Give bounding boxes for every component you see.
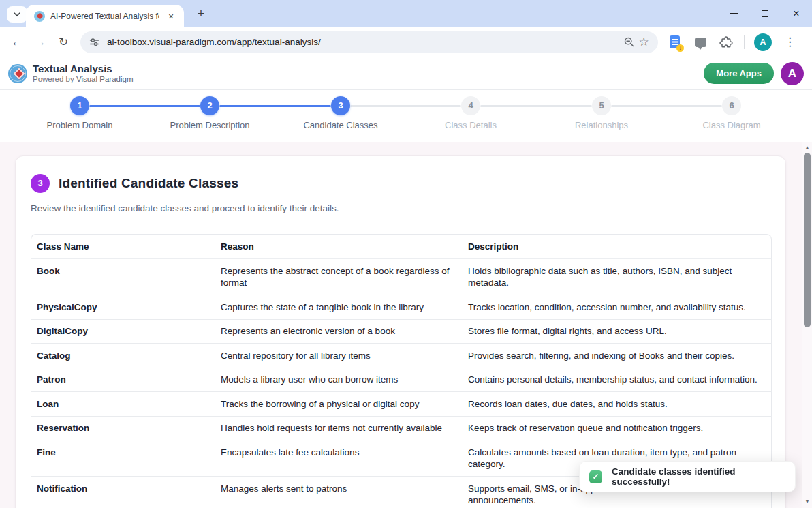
table-header-row: Class Name Reason Description (31, 234, 772, 259)
step-5-circle[interactable]: 5 (592, 96, 611, 115)
reason-cell: Manages alerts sent to patrons (215, 477, 463, 508)
close-icon: × (793, 8, 799, 19)
table-row: Patron Models a library user who can bor… (31, 368, 772, 393)
powered-by-text: Powered by Visual Paradigm (33, 74, 133, 84)
description-cell: Provides search, filtering, and indexing… (463, 344, 772, 368)
step-2-label: Problem Description (149, 120, 271, 130)
bookmark-star-icon[interactable]: ☆ (636, 35, 651, 50)
address-bar[interactable]: ai-toolbox.visual-paradigm.com/app/textu… (80, 31, 658, 53)
success-toast: ✓ Candidate classes identified successfu… (579, 461, 796, 492)
reason-cell: Encapsulates late fee calculations (215, 440, 463, 477)
candidate-classes-card: 3 Identified Candidate Classes Review th… (15, 155, 786, 508)
app-header: Textual Analysis Powered by Visual Parad… (0, 57, 812, 90)
page-content: 3 Identified Candidate Classes Review th… (0, 142, 812, 508)
page-title: Identified Candidate Classes (59, 176, 238, 191)
page-scrollbar[interactable]: ▲ ▼ (802, 142, 812, 508)
app-title: Textual Analysis (33, 63, 133, 74)
col-header-description: Description (463, 234, 772, 259)
class-name-cell: Patron (31, 368, 215, 393)
browser-tab[interactable]: AI-Powered Textual Analysis for × (26, 5, 184, 27)
reason-cell: Handles hold requests for items not curr… (215, 417, 463, 441)
description-cell: Holds bibliographic data such as title, … (463, 259, 772, 295)
table-row: Catalog Central repository for all libra… (31, 344, 772, 368)
step-6-circle[interactable]: 6 (722, 96, 741, 115)
window-maximize-button[interactable] (749, 0, 781, 27)
table-row: DigitalCopy Represents an electronic ver… (31, 320, 772, 344)
scroll-down-icon[interactable]: ▼ (802, 497, 812, 507)
browser-profile-avatar[interactable]: A (754, 33, 772, 51)
browser-titlebar: AI-Powered Textual Analysis for × + × (0, 0, 812, 27)
class-name-cell: Book (31, 259, 215, 295)
table-row: PhysicalCopy Captures the state of a tan… (31, 295, 772, 320)
table-row: Reservation Handles hold requests for it… (31, 417, 772, 441)
back-button[interactable]: ← (7, 32, 27, 53)
toolbar-extensions-area: ↓ A ⋮ (666, 33, 798, 51)
user-avatar[interactable]: A (781, 62, 804, 85)
reload-button[interactable]: ↻ (53, 32, 74, 53)
tab-close-icon[interactable]: × (165, 10, 177, 23)
window-minimize-button[interactable] (718, 0, 749, 27)
forward-button[interactable]: → (30, 32, 50, 53)
maximize-icon (762, 10, 768, 17)
description-cell: Contains personal details, membership st… (463, 368, 772, 393)
scrollbar-thumb[interactable] (804, 153, 811, 327)
step-number-badge: 3 (31, 174, 50, 193)
reason-cell: Central repository for all library items (215, 344, 463, 368)
tab-search-chevron-button[interactable] (7, 6, 27, 23)
step-3-circle[interactable]: 3 (331, 96, 350, 115)
chevron-down-icon (13, 12, 21, 17)
class-name-cell: Catalog (31, 344, 215, 368)
table-row: Book Represents the abstract concept of … (31, 259, 772, 295)
step-5-label: Relationships (540, 120, 663, 130)
window-close-button[interactable]: × (781, 0, 812, 27)
col-header-class-name: Class Name (31, 234, 215, 259)
page-subtitle: Review the identified candidate classes … (31, 203, 770, 213)
col-header-reason: Reason (215, 234, 463, 259)
step-connector-4-5 (480, 105, 592, 107)
description-cell: Tracks location, condition, accession nu… (463, 295, 772, 320)
class-name-cell: Notification (31, 477, 215, 508)
description-cell: Stores file format, digital rights, and … (463, 320, 772, 344)
browser-toolbar: ← → ↻ ai-toolbox.visual-paradigm.com/app… (0, 27, 812, 57)
google-docs-extension-icon[interactable]: ↓ (666, 34, 683, 50)
reason-cell: Models a library user who can borrow ite… (215, 368, 463, 393)
success-check-icon: ✓ (589, 470, 602, 483)
table-row: Loan Tracks the borrowing of a physical … (31, 392, 772, 417)
step-3-label: Candidate Classes (279, 120, 402, 130)
step-4-label: Class Details (409, 120, 532, 130)
site-settings-icon[interactable] (89, 36, 100, 48)
window-controls: × (718, 0, 812, 27)
scroll-up-icon[interactable]: ▲ (802, 143, 812, 153)
wizard-stepper: 1 2 3 4 5 6 Problem Domain Problem Descr… (0, 90, 812, 142)
class-name-cell: DigitalCopy (31, 320, 215, 344)
step-6-label: Class Diagram (670, 120, 793, 130)
new-tab-button[interactable]: + (192, 6, 210, 23)
browser-menu-icon[interactable]: ⋮ (781, 35, 798, 49)
step-connector-2-3 (219, 105, 331, 107)
reason-cell: Tracks the borrowing of a physical or di… (215, 392, 463, 417)
toast-message: Candidate classes identified successfull… (612, 466, 785, 487)
step-1-circle[interactable]: 1 (70, 96, 89, 115)
toolbar-divider (744, 35, 745, 49)
step-1-label: Problem Domain (18, 120, 141, 130)
reason-cell: Represents the abstract concept of a boo… (215, 259, 463, 295)
class-name-cell: PhysicalCopy (31, 295, 215, 320)
step-connector-3-4 (350, 105, 461, 107)
reason-cell: Represents an electronic version of a bo… (215, 320, 463, 344)
more-apps-button[interactable]: More Apps (704, 63, 774, 84)
step-2-circle[interactable]: 2 (200, 96, 219, 115)
visual-paradigm-favicon-icon (34, 11, 45, 22)
tab-title: AI-Powered Textual Analysis for (50, 12, 159, 21)
step-connector-5-6 (611, 105, 722, 107)
class-name-cell: Loan (31, 392, 215, 417)
class-name-cell: Fine (31, 440, 215, 477)
step-4-circle[interactable]: 4 (461, 96, 480, 115)
visual-paradigm-logo-icon (8, 64, 27, 83)
extensions-puzzle-icon[interactable] (718, 34, 734, 50)
url-text[interactable]: ai-toolbox.visual-paradigm.com/app/textu… (107, 37, 621, 47)
class-name-cell: Reservation (31, 417, 215, 441)
zoom-out-icon[interactable] (621, 35, 636, 50)
visual-paradigm-link[interactable]: Visual Paradigm (76, 75, 134, 83)
reason-cell: Captures the state of a tangible book in… (215, 295, 463, 320)
comment-bubble-icon[interactable] (692, 34, 708, 50)
